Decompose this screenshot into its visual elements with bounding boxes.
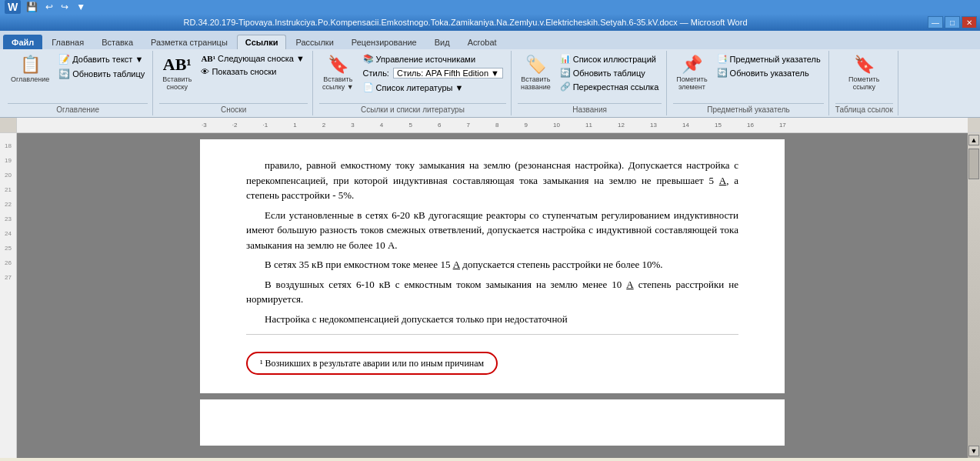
- captions-group-label: Названия: [518, 103, 662, 114]
- paragraph-4: В воздушных сетях 6-10 кВ с емкостным то…: [246, 277, 738, 307]
- insert-footnote-label: Вставитьсноску: [162, 75, 192, 91]
- insert-citation-icon: 🔖: [327, 54, 348, 75]
- style-value[interactable]: Стиль: APA Fifth Edition ▼: [393, 68, 503, 79]
- quick-access-toolbar: W 💾 ↩ ↪ ▼: [0, 0, 980, 14]
- tab-acrobat[interactable]: Acrobat: [459, 35, 505, 49]
- citations-items: 🔖 Вставитьссылку ▼ 📚 Управление источник…: [319, 52, 506, 102]
- update-icon: 🔄: [58, 68, 70, 79]
- captions-col: 📊 Список иллюстраций 🔄 Обновить таблицу …: [557, 52, 662, 93]
- mark-entry-label: Пометитьэлемент: [676, 75, 707, 91]
- group-toc: 📋 Оглавление 📝 Добавить текст ▼ 🔄 Обнови…: [3, 51, 153, 115]
- index-items: 📌 Пометитьэлемент 📑 Предметный указатель…: [673, 52, 823, 102]
- vertical-ruler: 18 19 20 21 22 23 24 25 26 27: [0, 133, 17, 458]
- bibliography-button[interactable]: 📄 Список литературы ▼: [360, 81, 506, 94]
- toc-label: Оглавление: [11, 75, 49, 83]
- document-page-1: правило, равной емкостному току замыкани…: [200, 139, 785, 393]
- scroll-down-button[interactable]: ▼: [968, 446, 979, 456]
- close-button[interactable]: ✕: [962, 16, 977, 28]
- cross-reference-button[interactable]: 🔗 Перекрестная ссылка: [557, 80, 662, 93]
- add-text-button[interactable]: 📝 Добавить текст ▼: [55, 52, 148, 66]
- tab-file[interactable]: Файл: [3, 35, 42, 49]
- add-text-icon: 📝: [58, 54, 70, 65]
- content-area[interactable]: правило, равной емкостному току замыкани…: [17, 133, 968, 458]
- show-footnotes-button[interactable]: 👁 Показать сноски: [198, 65, 308, 78]
- index-button[interactable]: 📑 Предметный указатель: [714, 52, 824, 65]
- paragraph-3: В сетях 35 кВ при емкостном токе менее 1…: [246, 257, 738, 272]
- citations-col: 📚 Управление источниками Стиль: Стиль: A…: [360, 52, 506, 94]
- toa-group-label: Таблица ссылок: [835, 103, 893, 114]
- save-button[interactable]: 💾: [24, 1, 40, 13]
- index-group-label: Предметный указатель: [673, 103, 823, 114]
- toc-icon: 📋: [19, 54, 41, 75]
- group-footnotes: AB¹ Вставитьсноску AB¹ Следующая сноска …: [155, 51, 313, 115]
- more-quick-access[interactable]: ▼: [74, 1, 88, 13]
- tab-page-layout[interactable]: Разметка страницы: [142, 35, 236, 49]
- title-bar-title: RD.34.20.179-Tipovaya.Instrukciya.Po.Kom…: [3, 18, 928, 27]
- footnotes-group-label: Сноски: [159, 103, 308, 114]
- citations-group-label: Ссылки и списки литературы: [319, 103, 506, 114]
- show-fn-icon: 👁: [201, 67, 209, 76]
- tab-insert[interactable]: Вставка: [93, 35, 142, 49]
- upd-fig-icon: 🔄: [560, 68, 571, 78]
- insert-caption-button[interactable]: 🏷️ Вставитьназвание: [518, 52, 554, 92]
- manage-sources-button[interactable]: 📚 Управление источниками: [360, 52, 506, 65]
- mark-citation-button[interactable]: 🔖 Пометитьссылку: [845, 52, 882, 92]
- caption-label: Вставитьназвание: [521, 75, 551, 91]
- next-fn-icon: AB¹: [201, 54, 215, 63]
- tab-references[interactable]: Ссылки: [237, 35, 287, 49]
- scroll-up-button[interactable]: ▲: [968, 135, 979, 145]
- tof-icon: 📊: [560, 54, 571, 64]
- tab-view[interactable]: Вид: [426, 35, 458, 49]
- footnotes-col: AB¹ Следующая сноска ▼ 👁 Показать сноски: [198, 52, 308, 78]
- mark-entry-icon: 📌: [681, 54, 702, 75]
- group-citations: 🔖 Вставитьссылку ▼ 📚 Управление источник…: [315, 51, 512, 115]
- title-bar: RD.34.20.179-Tipovaya.Instrukciya.Po.Kom…: [0, 14, 980, 31]
- paragraph-2: Если установленные в сетях 6-20 кВ дугог…: [246, 208, 738, 253]
- redo-button[interactable]: ↪: [58, 1, 71, 13]
- scroll-thumb[interactable]: [968, 149, 979, 179]
- update-table-button[interactable]: 🔄 Обновить таблицу: [55, 67, 148, 81]
- horizontal-ruler: ·3·2·1 123 456 789 101112 131415 1617: [0, 118, 980, 133]
- next-footnote-button[interactable]: AB¹ Следующая сноска ▼: [198, 52, 308, 65]
- insert-citation-label: Вставитьссылку ▼: [322, 75, 354, 91]
- update-index-button[interactable]: 🔄 Обновить указатель: [714, 66, 824, 79]
- vertical-scrollbar[interactable]: ▲ ▼: [968, 133, 980, 458]
- footnote-icon: AB¹: [166, 54, 188, 75]
- paragraph-1: правило, равной емкостному току замыкани…: [246, 158, 738, 203]
- mark-cite-icon: 🔖: [853, 54, 875, 75]
- table-of-figures-button[interactable]: 📊 Список иллюстраций: [557, 52, 662, 65]
- index-col: 📑 Предметный указатель 🔄 Обновить указат…: [714, 52, 824, 79]
- undo-button[interactable]: ↩: [43, 1, 55, 13]
- update-figures-button[interactable]: 🔄 Обновить таблицу: [557, 66, 662, 79]
- toa-items: 🔖 Пометитьссылку: [845, 52, 882, 102]
- mark-cite-label: Пометитьссылку: [848, 75, 879, 91]
- ribbon-tabs: Файл Главная Вставка Разметка страницы С…: [0, 31, 980, 49]
- word-icon: W: [5, 0, 21, 14]
- style-dropdown[interactable]: Стиль: Стиль: APA Fifth Edition ▼: [360, 66, 506, 80]
- ribbon: Файл Главная Вставка Разметка страницы С…: [0, 31, 980, 118]
- mark-entry-button[interactable]: 📌 Пометитьэлемент: [673, 52, 710, 92]
- group-captions: 🏷️ Вставитьназвание 📊 Список иллюстраций…: [513, 51, 667, 115]
- maximize-button[interactable]: □: [945, 16, 960, 28]
- toc-button[interactable]: 📋 Оглавление: [8, 52, 52, 85]
- bib-icon: 📄: [363, 82, 374, 92]
- group-table-of-authorities: 🔖 Пометитьссылку Таблица ссылок: [831, 51, 898, 115]
- toc-col: 📝 Добавить текст ▼ 🔄 Обновить таблицу: [55, 52, 148, 81]
- document-page-2: [200, 399, 785, 446]
- insert-footnote-button[interactable]: AB¹ Вставитьсноску: [159, 52, 195, 92]
- footnote-text: ¹ Возникших в результате аварии или по и…: [260, 358, 484, 369]
- minimize-button[interactable]: —: [928, 16, 943, 28]
- tab-mailings[interactable]: Рассылки: [287, 35, 342, 49]
- style-label: Стиль:: [363, 68, 389, 78]
- index-icon: 📑: [717, 54, 728, 64]
- insert-citation-button[interactable]: 🔖 Вставитьссылку ▼: [319, 52, 357, 92]
- toc-group-label: Оглавление: [8, 103, 148, 114]
- tab-home[interactable]: Главная: [43, 35, 92, 49]
- tab-review[interactable]: Рецензирование: [343, 35, 425, 49]
- toc-items: 📋 Оглавление 📝 Добавить текст ▼ 🔄 Обнови…: [8, 52, 148, 102]
- manage-icon: 📚: [363, 54, 374, 64]
- ribbon-content: 📋 Оглавление 📝 Добавить текст ▼ 🔄 Обнови…: [0, 49, 980, 117]
- group-index: 📌 Пометитьэлемент 📑 Предметный указатель…: [668, 51, 828, 115]
- xref-icon: 🔗: [560, 82, 571, 92]
- captions-items: 🏷️ Вставитьназвание 📊 Список иллюстраций…: [518, 52, 662, 102]
